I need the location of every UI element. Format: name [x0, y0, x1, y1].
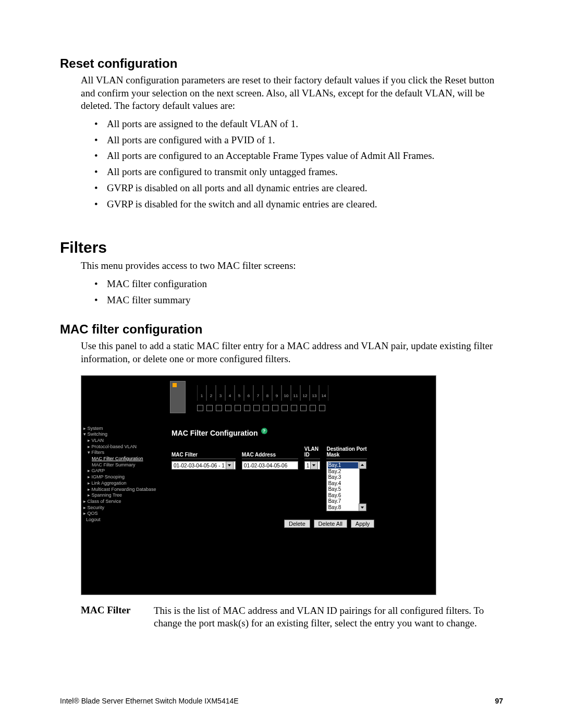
port-status-box — [282, 405, 288, 411]
dropdown-icon[interactable] — [310, 461, 318, 470]
port-num: 11 — [291, 385, 300, 401]
list-item[interactable]: Bay.7 — [328, 498, 358, 504]
mac-filter-select[interactable]: 01-02-03-04-05-06 - 1 — [172, 461, 236, 470]
page-footer: Intel® Blade Server Ethernet Switch Modu… — [60, 697, 503, 705]
port-num: 10 — [282, 385, 291, 401]
nav-tree: ▸ System ▾ Switching ▸ VLAN ▸ Protocol-b… — [81, 423, 166, 595]
port-status-box — [300, 405, 307, 411]
port-num: 14 — [319, 385, 328, 401]
reset-config-intro: All VLAN configuration parameters are re… — [81, 74, 503, 113]
shot-header-bar: 1 2 3 4 5 6 7 8 9 10 11 12 13 14 — [81, 376, 436, 423]
port-status-box — [235, 405, 241, 411]
port-status-box — [253, 405, 260, 411]
dropdown-icon[interactable] — [226, 461, 234, 470]
filters-bullets: MAC filter configuration MAC filter summ… — [92, 278, 503, 306]
bullet: All ports are configured to transmit onl… — [92, 166, 503, 179]
nav-security[interactable]: ▸ Security — [83, 505, 164, 511]
nav-filters[interactable]: ▾ Filters — [83, 450, 164, 456]
port-num: 12 — [300, 385, 310, 401]
definition-term: MAC Filter — [81, 604, 154, 630]
port-status-box — [319, 405, 325, 411]
port-status-box — [291, 405, 297, 411]
nav-mac-filter-config[interactable]: MAC Filter Configuration — [83, 456, 164, 462]
scroll-down-icon[interactable] — [359, 503, 366, 511]
nav-igmp-snooping[interactable]: ▸ IGMP Snooping — [83, 474, 164, 480]
nav-garp[interactable]: ▸ GARP — [83, 468, 164, 474]
port-num: 9 — [272, 385, 282, 401]
col-hdr-mac-filter: MAC Filter — [172, 444, 236, 459]
bullet: All ports are configured with a PVID of … — [92, 134, 503, 147]
reset-config-heading: Reset configuration — [60, 56, 503, 71]
port-status-box — [263, 405, 269, 411]
col-hdr-vlan-id: VLAN ID — [304, 444, 321, 459]
nav-switching[interactable]: ▾ Switching — [83, 431, 164, 438]
bullet: All ports are configured to an Acceptabl… — [92, 150, 503, 163]
dest-port-listbox[interactable]: Bay.1 Bay.2 Bay.3 Bay.4 Bay.5 Bay.6 Bay.… — [326, 461, 360, 511]
list-item[interactable]: Bay.2 — [328, 468, 358, 475]
definition-desc: This is the list of MAC address and VLAN… — [154, 604, 503, 630]
content-panel: MAC Filter Configuration ? MAC Filter 01… — [166, 423, 436, 595]
nav-logout[interactable]: Logout — [83, 517, 164, 523]
port-status-box — [206, 405, 213, 411]
nav-spanning-tree[interactable]: ▸ Spanning Tree — [83, 492, 164, 499]
port-status-box — [225, 405, 231, 411]
nav-class-of-service[interactable]: ▸ Class of Service — [83, 499, 164, 505]
nav-mac-filter-summary[interactable]: MAC Filter Summary — [83, 462, 164, 468]
port-num: 6 — [244, 385, 253, 401]
nav-link-aggregation[interactable]: ▸ Link Aggregation — [83, 480, 164, 487]
bullet: All ports are assigned to the default VL… — [92, 118, 503, 131]
delete-button[interactable]: Delete — [284, 520, 310, 528]
device-icon — [170, 381, 186, 413]
nav-multicast-fwd-db[interactable]: ▸ Multicast Forwarding Database — [83, 487, 164, 493]
list-item[interactable]: Bay.6 — [328, 492, 358, 499]
col-mac-address: MAC Address 01-02-03-04-05-06 — [242, 444, 298, 470]
mac-address-input[interactable]: 01-02-03-04-05-06 — [242, 461, 298, 470]
port-num: 2 — [206, 385, 216, 401]
col-vlan-id: VLAN ID 1 — [304, 444, 321, 470]
port-status-box — [216, 405, 222, 411]
bullet: MAC filter configuration — [92, 278, 503, 291]
bullet: GVRP is disabled for the switch and all … — [92, 198, 503, 211]
list-item[interactable]: Bay.5 — [328, 486, 358, 492]
filters-heading: Filters — [60, 239, 503, 256]
reset-config-bullets: All ports are assigned to the default VL… — [92, 118, 503, 211]
col-mac-filter: MAC Filter 01-02-03-04-05-06 - 1 — [172, 444, 236, 470]
port-status-box — [244, 405, 250, 411]
port-num: 5 — [235, 385, 244, 401]
port-status-box — [197, 405, 203, 411]
port-num: 13 — [310, 385, 319, 401]
port-status-strip — [197, 405, 328, 411]
nav-vlan[interactable]: ▸ VLAN — [83, 438, 164, 444]
mac-filter-heading: MAC filter configuration — [60, 322, 503, 337]
port-num: 4 — [225, 385, 235, 401]
nav-system[interactable]: ▸ System — [83, 426, 164, 432]
help-icon[interactable]: ? — [261, 428, 267, 434]
nav-protocol-vlan[interactable]: ▸ Protocol-based VLAN — [83, 444, 164, 450]
panel-title: MAC Filter Configuration ? — [172, 428, 431, 437]
button-row: Delete Delete All Apply — [284, 520, 431, 528]
page-number: 97 — [495, 697, 503, 705]
port-number-strip: 1 2 3 4 5 6 7 8 9 10 11 12 13 14 — [197, 385, 328, 401]
port-num: 3 — [216, 385, 225, 401]
port-status-box — [272, 405, 278, 411]
filter-form: MAC Filter 01-02-03-04-05-06 - 1 MAC Add… — [172, 444, 431, 511]
list-item[interactable]: Bay.1 — [328, 462, 358, 468]
bullet: GVRP is disabled on all ports and all dy… — [92, 182, 503, 195]
list-item[interactable]: Bay.8 — [328, 504, 358, 511]
footer-text: Intel® Blade Server Ethernet Switch Modu… — [60, 697, 239, 705]
port-status-box — [310, 405, 316, 411]
apply-button[interactable]: Apply — [351, 520, 375, 528]
scroll-up-icon[interactable] — [359, 461, 366, 469]
port-num: 1 — [197, 385, 206, 401]
vlan-id-select[interactable]: 1 — [304, 461, 321, 470]
filters-intro: This menu provides access to two MAC fil… — [81, 260, 503, 273]
col-hdr-mac-address: MAC Address — [242, 444, 298, 459]
list-item[interactable]: Bay.3 — [328, 474, 358, 480]
nav-qos[interactable]: ▸ QOS — [83, 511, 164, 517]
col-dest-port: Destination Port Mask Bay.1 Bay.2 Bay.3 … — [326, 444, 366, 511]
col-hdr-dest-port: Destination Port Mask — [326, 444, 366, 459]
delete-all-button[interactable]: Delete All — [314, 520, 347, 528]
definition-row: MAC Filter This is the list of MAC addre… — [81, 604, 503, 630]
list-item[interactable]: Bay.4 — [328, 480, 358, 487]
bullet: MAC filter summary — [92, 294, 503, 307]
